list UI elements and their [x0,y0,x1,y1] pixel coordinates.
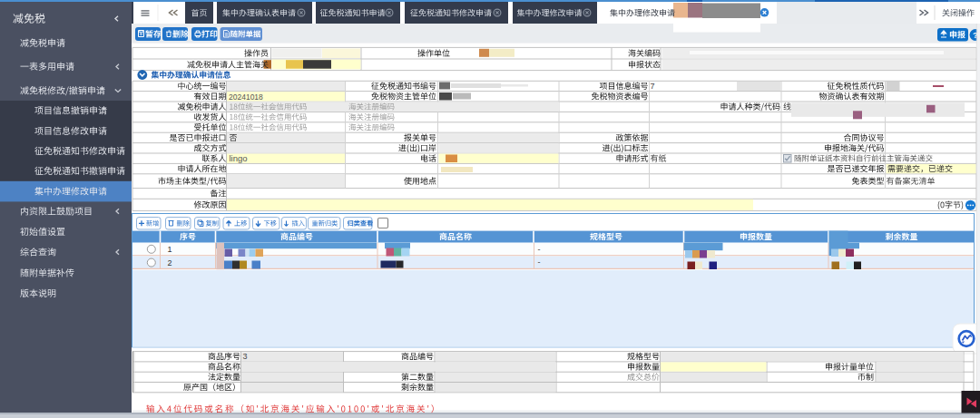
svg-text:7: 7 [651,82,655,91]
svg-text:1: 1 [168,245,172,254]
svg-text:-: - [538,245,541,254]
svg-text:20241018: 20241018 [229,92,263,102]
svg-text:2: 2 [168,258,172,267]
svg-text:-: - [538,258,541,267]
svg-text:3: 3 [243,352,248,361]
svg-text:lingo: lingo [230,153,248,163]
